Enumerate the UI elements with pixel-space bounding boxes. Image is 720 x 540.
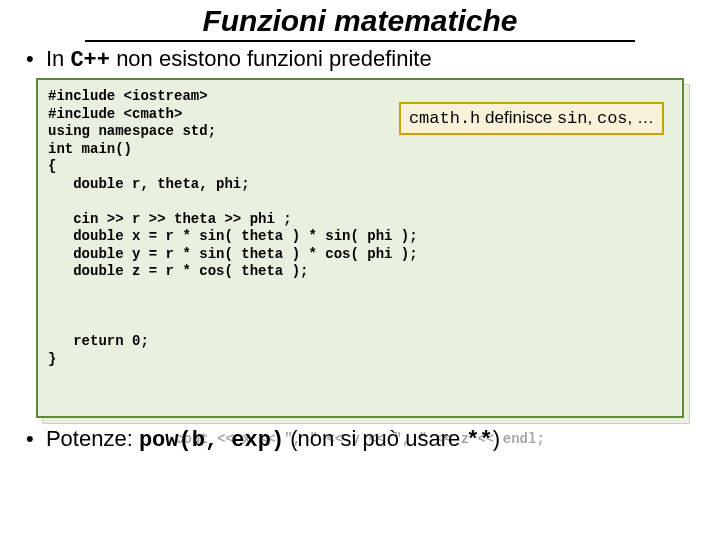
code-line: int main() — [48, 141, 132, 157]
callout-ellipsis: , … — [628, 108, 654, 127]
slide-title: Funzioni matematiche — [85, 4, 635, 42]
code-line: double x = r * sin( theta ) * sin( phi )… — [48, 228, 418, 244]
code-line — [48, 193, 56, 209]
code-line — [48, 298, 56, 314]
cmath-callout: cmath.h definisce sin, cos, … — [399, 102, 664, 134]
code-line: { — [48, 158, 56, 174]
callout-cmath: cmath.h — [409, 109, 480, 128]
callout-sin: sin — [557, 109, 588, 128]
code-line: return 0; — [48, 333, 149, 349]
callout-comma1: , — [587, 108, 596, 127]
ghost-cout-line: cout << x << ", " << y << ", " << z << e… — [26, 431, 694, 447]
code-line: #include <cmath> — [48, 106, 182, 122]
callout-cos: cos — [597, 109, 628, 128]
code-line: double z = r * cos( theta ); — [48, 263, 308, 279]
code-line: double y = r * sin( theta ) * cos( phi )… — [48, 246, 418, 262]
bullet-2: • Potenze: pow(b, exp) (non si può usare… — [26, 426, 694, 453]
callout-text: definisce — [480, 108, 557, 127]
code-line: } — [48, 351, 56, 367]
code-block-container: #include <iostream> #include <cmath> usi… — [36, 78, 684, 418]
cpp-keyword: C++ — [70, 48, 110, 73]
code-line: #include <iostream> — [48, 88, 208, 104]
bullet-1-text-post: non esistono funzioni predefinite — [110, 46, 432, 71]
code-block: #include <iostream> #include <cmath> usi… — [36, 78, 684, 418]
code-line: using namespace std; — [48, 123, 216, 139]
code-line — [48, 316, 56, 332]
bullet-1-text-pre: In — [46, 46, 70, 71]
code-line: double r, theta, phi; — [48, 176, 250, 192]
code-line: cin >> r >> theta >> phi ; — [48, 211, 292, 227]
code-line — [48, 281, 56, 297]
bullet-1: • In C++ non esistono funzioni predefini… — [26, 46, 720, 74]
